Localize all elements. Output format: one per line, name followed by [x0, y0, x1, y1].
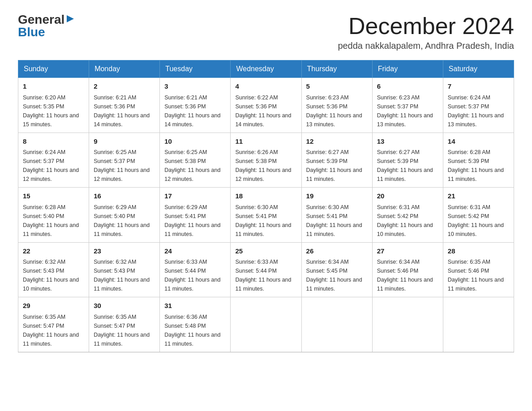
logo-general-text: General — [18, 13, 64, 26]
calendar-cell: 11 Sunrise: 6:26 AMSunset: 5:38 PMDaylig… — [231, 133, 301, 188]
day-number: 3 — [164, 81, 226, 92]
day-number: 2 — [94, 81, 155, 92]
day-info: Sunrise: 6:32 AMSunset: 5:43 PMDaylight:… — [23, 259, 79, 292]
day-info: Sunrise: 6:21 AMSunset: 5:36 PMDaylight:… — [164, 94, 220, 128]
day-info: Sunrise: 6:31 AMSunset: 5:42 PMDaylight:… — [377, 204, 433, 237]
day-number: 19 — [306, 191, 368, 201]
title-area: December 2024 pedda nakkalapalem, Andhra… — [338, 13, 514, 51]
calendar-cell: 16 Sunrise: 6:29 AMSunset: 5:40 PMDaylig… — [89, 188, 160, 243]
day-info: Sunrise: 6:33 AMSunset: 5:44 PMDaylight:… — [235, 259, 291, 292]
weekday-header-saturday: Saturday — [443, 60, 514, 78]
day-number: 5 — [306, 81, 368, 92]
calendar-cell: 5 Sunrise: 6:23 AMSunset: 5:36 PMDayligh… — [301, 78, 372, 133]
calendar-cell: 9 Sunrise: 6:25 AMSunset: 5:37 PMDayligh… — [89, 133, 160, 188]
calendar-cell: 30 Sunrise: 6:35 AMSunset: 5:47 PMDaylig… — [89, 297, 160, 352]
calendar-week-row: 22 Sunrise: 6:32 AMSunset: 5:43 PMDaylig… — [18, 242, 514, 297]
calendar-cell: 29 Sunrise: 6:35 AMSunset: 5:47 PMDaylig… — [18, 297, 89, 352]
weekday-header-row: SundayMondayTuesdayWednesdayThursdayFrid… — [18, 60, 514, 78]
day-number: 13 — [377, 137, 438, 147]
day-info: Sunrise: 6:26 AMSunset: 5:38 PMDaylight:… — [235, 149, 291, 182]
month-title: December 2024 — [338, 13, 514, 39]
calendar-cell: 18 Sunrise: 6:30 AMSunset: 5:41 PMDaylig… — [231, 188, 301, 243]
day-info: Sunrise: 6:34 AMSunset: 5:46 PMDaylight:… — [377, 259, 433, 292]
calendar-cell: 10 Sunrise: 6:25 AMSunset: 5:38 PMDaylig… — [160, 133, 231, 188]
calendar-cell: 15 Sunrise: 6:28 AMSunset: 5:40 PMDaylig… — [18, 188, 89, 243]
logo: General Blue — [18, 13, 75, 39]
calendar-cell: 8 Sunrise: 6:24 AMSunset: 5:37 PMDayligh… — [18, 133, 89, 188]
calendar-cell: 14 Sunrise: 6:28 AMSunset: 5:39 PMDaylig… — [443, 133, 514, 188]
day-info: Sunrise: 6:36 AMSunset: 5:48 PMDaylight:… — [164, 314, 220, 347]
calendar-cell: 17 Sunrise: 6:29 AMSunset: 5:41 PMDaylig… — [160, 188, 231, 243]
calendar-table: SundayMondayTuesdayWednesdayThursdayFrid… — [18, 60, 514, 352]
day-info: Sunrise: 6:28 AMSunset: 5:39 PMDaylight:… — [448, 149, 504, 182]
day-number: 22 — [23, 246, 84, 257]
calendar-cell — [231, 297, 301, 352]
calendar-cell: 19 Sunrise: 6:30 AMSunset: 5:41 PMDaylig… — [301, 188, 372, 243]
day-number: 8 — [23, 137, 84, 147]
day-number: 23 — [94, 246, 155, 257]
day-number: 14 — [448, 137, 509, 147]
day-info: Sunrise: 6:20 AMSunset: 5:35 PMDaylight:… — [23, 94, 79, 128]
day-info: Sunrise: 6:24 AMSunset: 5:37 PMDaylight:… — [448, 94, 504, 128]
day-info: Sunrise: 6:25 AMSunset: 5:38 PMDaylight:… — [164, 149, 220, 182]
day-info: Sunrise: 6:21 AMSunset: 5:36 PMDaylight:… — [94, 94, 150, 128]
calendar-cell — [372, 297, 443, 352]
calendar-cell: 12 Sunrise: 6:27 AMSunset: 5:39 PMDaylig… — [301, 133, 372, 188]
day-info: Sunrise: 6:33 AMSunset: 5:44 PMDaylight:… — [164, 259, 220, 292]
calendar-cell: 23 Sunrise: 6:32 AMSunset: 5:43 PMDaylig… — [89, 242, 160, 297]
day-number: 12 — [306, 137, 368, 147]
day-number: 17 — [164, 191, 226, 201]
calendar-cell: 13 Sunrise: 6:27 AMSunset: 5:39 PMDaylig… — [372, 133, 443, 188]
calendar-week-row: 8 Sunrise: 6:24 AMSunset: 5:37 PMDayligh… — [18, 133, 514, 188]
calendar-week-row: 15 Sunrise: 6:28 AMSunset: 5:40 PMDaylig… — [18, 188, 514, 243]
day-info: Sunrise: 6:29 AMSunset: 5:40 PMDaylight:… — [94, 204, 150, 237]
day-info: Sunrise: 6:35 AMSunset: 5:47 PMDaylight:… — [94, 314, 150, 347]
day-info: Sunrise: 6:24 AMSunset: 5:37 PMDaylight:… — [23, 149, 79, 182]
day-number: 20 — [377, 191, 438, 201]
day-info: Sunrise: 6:30 AMSunset: 5:41 PMDaylight:… — [306, 204, 362, 237]
day-info: Sunrise: 6:27 AMSunset: 5:39 PMDaylight:… — [306, 149, 362, 182]
calendar-cell — [301, 297, 372, 352]
day-number: 28 — [448, 246, 509, 257]
calendar-cell: 22 Sunrise: 6:32 AMSunset: 5:43 PMDaylig… — [18, 242, 89, 297]
calendar-cell: 26 Sunrise: 6:34 AMSunset: 5:45 PMDaylig… — [301, 242, 372, 297]
day-info: Sunrise: 6:29 AMSunset: 5:41 PMDaylight:… — [164, 204, 220, 237]
logo-triangle-icon — [66, 14, 75, 23]
day-number: 1 — [23, 81, 84, 92]
day-info: Sunrise: 6:22 AMSunset: 5:36 PMDaylight:… — [235, 94, 291, 128]
svg-marker-0 — [67, 15, 74, 22]
day-number: 7 — [448, 81, 509, 92]
calendar-cell: 24 Sunrise: 6:33 AMSunset: 5:44 PMDaylig… — [160, 242, 231, 297]
day-number: 10 — [164, 137, 226, 147]
day-number: 6 — [377, 81, 438, 92]
day-number: 24 — [164, 246, 226, 257]
day-info: Sunrise: 6:27 AMSunset: 5:39 PMDaylight:… — [377, 149, 433, 182]
calendar-cell: 21 Sunrise: 6:31 AMSunset: 5:42 PMDaylig… — [443, 188, 514, 243]
day-info: Sunrise: 6:30 AMSunset: 5:41 PMDaylight:… — [235, 204, 291, 237]
logo-blue-text: Blue — [18, 26, 45, 39]
day-number: 25 — [235, 246, 296, 257]
day-number: 15 — [23, 191, 84, 201]
day-number: 26 — [306, 246, 368, 257]
calendar-week-row: 1 Sunrise: 6:20 AMSunset: 5:35 PMDayligh… — [18, 78, 514, 133]
calendar-cell: 3 Sunrise: 6:21 AMSunset: 5:36 PMDayligh… — [160, 78, 231, 133]
day-info: Sunrise: 6:23 AMSunset: 5:36 PMDaylight:… — [306, 94, 362, 128]
calendar-cell: 6 Sunrise: 6:23 AMSunset: 5:37 PMDayligh… — [372, 78, 443, 133]
day-number: 21 — [448, 191, 509, 201]
calendar-cell: 27 Sunrise: 6:34 AMSunset: 5:46 PMDaylig… — [372, 242, 443, 297]
header: General Blue December 2024 pedda nakkala… — [18, 13, 514, 51]
calendar-cell: 28 Sunrise: 6:35 AMSunset: 5:46 PMDaylig… — [443, 242, 514, 297]
day-info: Sunrise: 6:34 AMSunset: 5:45 PMDaylight:… — [306, 259, 362, 292]
day-info: Sunrise: 6:25 AMSunset: 5:37 PMDaylight:… — [94, 149, 150, 182]
calendar-cell — [443, 297, 514, 352]
day-info: Sunrise: 6:32 AMSunset: 5:43 PMDaylight:… — [94, 259, 150, 292]
calendar-cell: 31 Sunrise: 6:36 AMSunset: 5:48 PMDaylig… — [160, 297, 231, 352]
calendar-cell: 20 Sunrise: 6:31 AMSunset: 5:42 PMDaylig… — [372, 188, 443, 243]
calendar-cell: 1 Sunrise: 6:20 AMSunset: 5:35 PMDayligh… — [18, 78, 89, 133]
weekday-header-tuesday: Tuesday — [160, 60, 231, 78]
day-number: 31 — [164, 301, 226, 311]
day-info: Sunrise: 6:35 AMSunset: 5:47 PMDaylight:… — [23, 314, 79, 347]
calendar-cell: 7 Sunrise: 6:24 AMSunset: 5:37 PMDayligh… — [443, 78, 514, 133]
day-info: Sunrise: 6:23 AMSunset: 5:37 PMDaylight:… — [377, 94, 433, 128]
calendar-cell: 2 Sunrise: 6:21 AMSunset: 5:36 PMDayligh… — [89, 78, 160, 133]
